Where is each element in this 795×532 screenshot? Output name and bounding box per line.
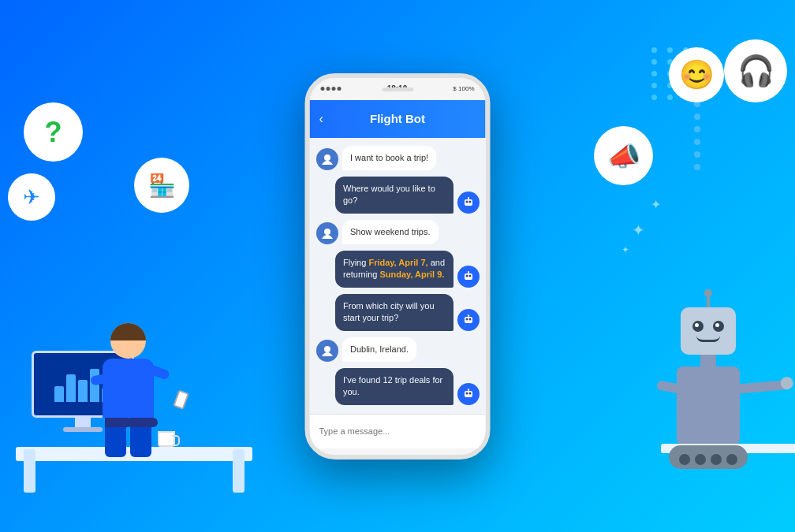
question-mark-icon: ? [45, 116, 62, 149]
phone-speaker [382, 87, 413, 91]
megaphone-icon: 📣 [607, 140, 640, 172]
user-avatar [316, 148, 338, 170]
robot-wheel [711, 454, 722, 465]
bot-avatar [457, 192, 480, 214]
robot-illustration [669, 307, 748, 469]
bot-message-7: I've found 12 trip deals for you. [335, 368, 453, 405]
svg-point-17 [468, 392, 471, 394]
message-row-1: I want to book a trip! [316, 146, 480, 170]
person-illustration [103, 323, 154, 457]
svg-rect-4 [468, 197, 469, 199]
robot-base [669, 445, 748, 469]
svg-rect-6 [465, 273, 472, 280]
shoe-right [130, 418, 158, 427]
chat-title: Flight Bot [370, 112, 425, 125]
robot-eye-right [713, 321, 724, 332]
bot-message-4: Flying Friday, April 7, and returning Su… [335, 251, 453, 288]
user-avatar [316, 340, 338, 362]
smiley-icon: 😊 [679, 58, 715, 91]
phone-home-button[interactable] [382, 455, 413, 459]
bot-avatar [457, 309, 480, 331]
svg-point-14 [324, 346, 330, 352]
robot-eyes [692, 321, 724, 332]
bot-avatar [457, 266, 480, 288]
user-message-1: I want to book a trip! [342, 146, 436, 170]
store-icon: 🏪 [148, 173, 176, 199]
chat-messages-area: I want to book a trip! Where would you l… [310, 138, 486, 414]
signal-dots [321, 87, 342, 91]
svg-point-11 [465, 318, 468, 320]
shoe-left [105, 418, 132, 427]
robot-neck [700, 355, 716, 366]
robot-arm-right [736, 380, 788, 394]
user-message-3: Show weekend trips. [342, 220, 439, 244]
svg-point-3 [468, 200, 471, 203]
svg-point-0 [324, 154, 330, 161]
svg-point-8 [468, 274, 471, 277]
person-leg-right [130, 418, 151, 457]
svg-rect-10 [465, 317, 472, 323]
phone-in-hand [173, 389, 189, 409]
coffee-cup [158, 431, 175, 447]
robot-wheels [669, 454, 748, 465]
message-row-2: Where would you like to go? [316, 177, 480, 214]
airplane-icon: ✈ [23, 185, 40, 210]
chat-input-area [310, 414, 486, 448]
robot-arm-left [656, 380, 681, 393]
bubble-headset: 🎧 [724, 39, 787, 102]
person-legs [105, 418, 152, 457]
svg-point-12 [468, 318, 471, 320]
svg-rect-13 [468, 314, 469, 317]
svg-rect-9 [468, 271, 469, 273]
svg-rect-1 [465, 199, 472, 206]
svg-rect-18 [468, 389, 469, 391]
phone-device: 18:10 $ 100% ‹ Flight Bot I want to book… [305, 73, 491, 459]
back-button[interactable]: ‹ [319, 112, 323, 126]
bubble-smiley: 😊 [669, 47, 724, 102]
desk-leg-right [233, 449, 244, 493]
person-arm-right [141, 362, 170, 380]
desk-leg-left [24, 449, 35, 493]
robot-body [677, 366, 740, 445]
headset-icon: 🎧 [737, 54, 774, 88]
robot-wheel [695, 454, 706, 465]
message-row-3: Show weekend trips. [316, 220, 480, 244]
right-illustration: 😊 🎧 📣 [558, 0, 795, 532]
svg-point-16 [465, 392, 468, 394]
bot-message-5: From which city will you start your trip… [335, 294, 453, 331]
robot-wheel [679, 454, 690, 465]
monitor-base [63, 427, 103, 432]
phone-battery: $ 100% [453, 85, 474, 92]
bot-avatar [457, 383, 480, 405]
message-row-6: Dublin, Ireland. [316, 337, 480, 362]
bubble-store: 🏪 [134, 158, 189, 213]
user-avatar [316, 222, 338, 244]
message-row-5: From which city will you start your trip… [316, 294, 480, 331]
person-body [103, 359, 154, 418]
robot-hand [780, 377, 793, 390]
svg-point-2 [465, 200, 468, 203]
person-leg-left [105, 418, 126, 457]
svg-rect-15 [465, 391, 472, 397]
chat-header: ‹ Flight Bot [310, 100, 486, 138]
svg-point-5 [324, 229, 330, 235]
bubble-megaphone: 📣 [594, 126, 653, 185]
robot-wheel [726, 454, 737, 465]
bubble-question: ? [24, 102, 83, 162]
monitor-stand [75, 418, 91, 427]
bot-message-2: Where would you like to go? [335, 177, 453, 214]
person-head [110, 323, 146, 359]
robot-mouth [696, 336, 720, 342]
svg-point-7 [465, 274, 468, 277]
phone-status-bar: 18:10 $ 100% [310, 78, 486, 100]
robot-eye-left [692, 321, 704, 332]
message-row-4: Flying Friday, April 7, and returning Su… [316, 251, 480, 288]
bubble-plane: ✈ [8, 173, 55, 221]
robot-head [681, 307, 736, 355]
message-row-7: I've found 12 trip deals for you. [316, 368, 480, 405]
user-message-6: Dublin, Ireland. [342, 337, 416, 362]
robot-antenna [707, 293, 710, 307]
person-hair [110, 323, 146, 340]
message-input[interactable] [319, 426, 476, 436]
left-illustration: ? ✈ 🏪 [0, 0, 292, 532]
